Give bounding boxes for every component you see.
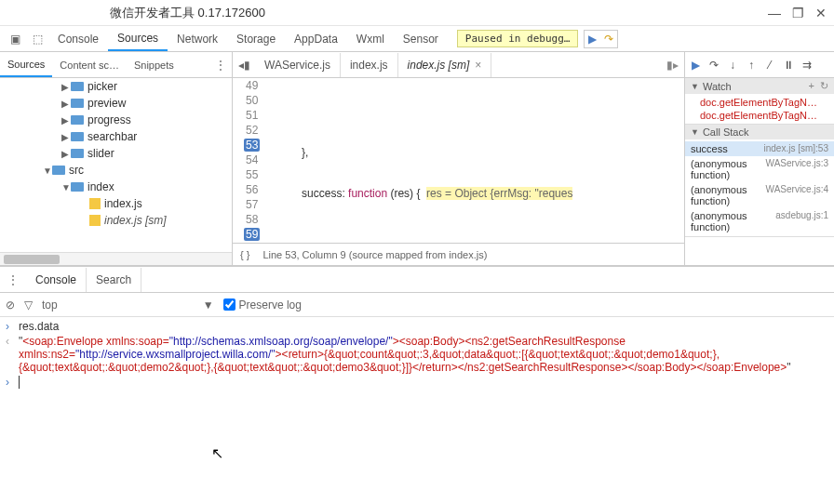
tree-file-indexjs[interactable]: index.js (0, 195, 232, 212)
window-controls: — ❐ ✕ (768, 6, 827, 20)
sources-panel: Sources Content sc… Snippets ⋮ ▶picker ▶… (0, 52, 834, 266)
folder-icon (71, 182, 84, 192)
resume-icon[interactable]: ▶ (585, 31, 600, 47)
context-selector[interactable]: top ▼ (42, 298, 214, 312)
maximize-button[interactable]: ❐ (792, 6, 804, 20)
close-button[interactable]: ✕ (815, 6, 827, 20)
watch-expression[interactable]: doc.getElementByTagN… (685, 109, 834, 122)
step-out-icon[interactable]: ↑ (745, 59, 758, 72)
paused-badge: Paused in debugg… (457, 30, 579, 47)
tree-folder-picker[interactable]: ▶picker (0, 78, 232, 95)
more-icon[interactable]: ⋮ (0, 273, 26, 286)
tree-file-indexjs-sm[interactable]: index.js [sm] (0, 212, 232, 229)
tab-storage[interactable]: Storage (227, 27, 285, 51)
editor-tab-index[interactable]: index.js (341, 53, 398, 77)
code-lines[interactable]: }, success: function (res) { res = Objec… (265, 78, 684, 243)
callstack-header[interactable]: ▼ Call Stack (685, 125, 834, 139)
editor-tab-index-sm[interactable]: index.js [sm]× (398, 53, 492, 77)
tab-console[interactable]: Console (48, 27, 108, 51)
stack-frame[interactable]: (anonymous function)WAService.js:4 (685, 182, 834, 208)
editor-tab-waservice[interactable]: WAService.js (255, 53, 341, 77)
inspect-icon[interactable]: ▣ (4, 28, 26, 50)
breakpoint-marker[interactable]: 59 (244, 228, 260, 241)
editor-tabs: ◂▮ WAService.js index.js index.js [sm]× … (233, 52, 684, 78)
chevron-down-icon: ▼ (691, 127, 699, 137)
tree-folder-slider[interactable]: ▶slider (0, 145, 232, 162)
subtab-sources[interactable]: Sources (0, 53, 52, 77)
watch-header[interactable]: ▼ Watch +↻ (685, 78, 834, 94)
stack-frame[interactable]: (anonymous function)asdebug.js:1 (685, 208, 834, 234)
js-file-icon (89, 215, 101, 226)
js-file-icon (89, 198, 101, 209)
preserve-log-checkbox[interactable]: Preserve log (223, 298, 302, 312)
chevron-down-icon: ▼ (691, 82, 699, 91)
async-icon[interactable]: ⇉ (800, 59, 814, 72)
tree-folder-index[interactable]: ▼index (0, 179, 232, 195)
titlebar: 微信开发者工具 0.17.172600 — ❐ ✕ (0, 0, 834, 26)
watch-expression[interactable]: doc.getElementByTagN… (685, 96, 834, 109)
folder-icon (71, 82, 84, 91)
console-prompt[interactable]: › (0, 375, 834, 390)
filter-icon[interactable]: ▽ (24, 298, 33, 312)
drawer-tab-search[interactable]: Search (87, 268, 141, 292)
breakpoint-marker[interactable]: 53 (244, 139, 260, 152)
nav-back-icon[interactable]: ◂▮ (233, 59, 255, 72)
tab-wxml[interactable]: Wxml (347, 27, 394, 51)
devtools-toolbar: ▣ ⬚ Console Sources Network Storage AppD… (0, 26, 834, 52)
nav-forward-icon[interactable]: ▮▸ (661, 59, 684, 72)
folder-icon (52, 166, 65, 175)
window-title: 微信开发者工具 0.17.172600 (110, 5, 265, 21)
braces-icon[interactable]: { } (240, 249, 249, 260)
refresh-watch-icon[interactable]: ↻ (820, 80, 828, 92)
tree-folder-progress[interactable]: ▶progress (0, 112, 232, 128)
line-gutter[interactable]: 49 50 51 52 53 54 55 56 57 58 59 (233, 78, 265, 243)
subtab-snippets[interactable]: Snippets (127, 53, 182, 77)
tab-appdata[interactable]: AppData (285, 27, 347, 51)
step-over-icon[interactable]: ↷ (707, 59, 720, 72)
tab-sensor[interactable]: Sensor (394, 27, 448, 51)
panel-tabs: Console Sources Network Storage AppData … (48, 26, 448, 51)
stack-frame[interactable]: successindex.js [sm]:53 (685, 141, 834, 156)
folder-icon (71, 149, 84, 158)
callstack-section: ▼ Call Stack successindex.js [sm]:53 (an… (685, 125, 834, 237)
drawer-tabs: ⋮ Console Search (0, 267, 834, 293)
debug-step-buttons: ▶ ↷ (584, 30, 618, 48)
cursor-position: Line 53, Column 9 (source mapped from in… (262, 249, 487, 260)
debugger-sidebar: ▶ ↷ ↓ ↑ ⁄ ⏸ ⇉ ▼ Watch +↻ doc.getElementB… (685, 52, 834, 265)
horizontal-scrollbar[interactable] (0, 252, 232, 265)
folder-icon (71, 132, 84, 141)
more-icon[interactable]: ⋮ (209, 59, 232, 72)
navigator-tabs: Sources Content sc… Snippets ⋮ (0, 52, 232, 78)
stack-frame[interactable]: (anonymous function)WAService.js:3 (685, 156, 834, 182)
tab-sources[interactable]: Sources (108, 27, 168, 51)
resume-icon[interactable]: ▶ (689, 59, 702, 72)
tree-folder-preview[interactable]: ▶preview (0, 95, 232, 112)
tree-folder-src[interactable]: ▼src (0, 162, 232, 179)
drawer-tab-console[interactable]: Console (26, 268, 87, 292)
folder-icon (71, 115, 84, 125)
input-marker-icon: › (6, 376, 19, 389)
subtab-contentscripts[interactable]: Content sc… (52, 53, 127, 77)
console-output[interactable]: › res.data ‹ "<soap:Envelope xmlns:soap=… (0, 317, 834, 504)
code-editor: ◂▮ WAService.js index.js index.js [sm]× … (233, 52, 685, 265)
watch-section: ▼ Watch +↻ doc.getElementByTagN… doc.get… (685, 78, 834, 125)
debugger-toolbar: ▶ ↷ ↓ ↑ ⁄ ⏸ ⇉ (685, 52, 834, 78)
device-icon[interactable]: ⬚ (26, 28, 48, 50)
console-input-row: › res.data (0, 319, 834, 334)
deactivate-bp-icon[interactable]: ⁄ (763, 59, 776, 72)
tree-folder-searchbar[interactable]: ▶searchbar (0, 128, 232, 145)
output-marker-icon: ‹ (6, 335, 19, 374)
file-navigator: Sources Content sc… Snippets ⋮ ▶picker ▶… (0, 52, 233, 265)
editor-statusbar: { } Line 53, Column 9 (source mapped fro… (233, 243, 684, 265)
step-into-icon[interactable]: ↓ (726, 59, 739, 72)
clear-console-icon[interactable]: ⊘ (6, 298, 15, 312)
folder-icon (71, 99, 84, 108)
code-body[interactable]: 49 50 51 52 53 54 55 56 57 58 59 }, succ… (233, 78, 684, 243)
step-over-icon[interactable]: ↷ (600, 31, 617, 47)
tab-network[interactable]: Network (168, 27, 227, 51)
close-tab-icon[interactable]: × (475, 59, 481, 72)
file-tree[interactable]: ▶picker ▶preview ▶progress ▶searchbar ▶s… (0, 78, 232, 252)
minimize-button[interactable]: — (768, 6, 781, 20)
add-watch-icon[interactable]: + (809, 80, 814, 92)
pause-exceptions-icon[interactable]: ⏸ (782, 59, 795, 72)
